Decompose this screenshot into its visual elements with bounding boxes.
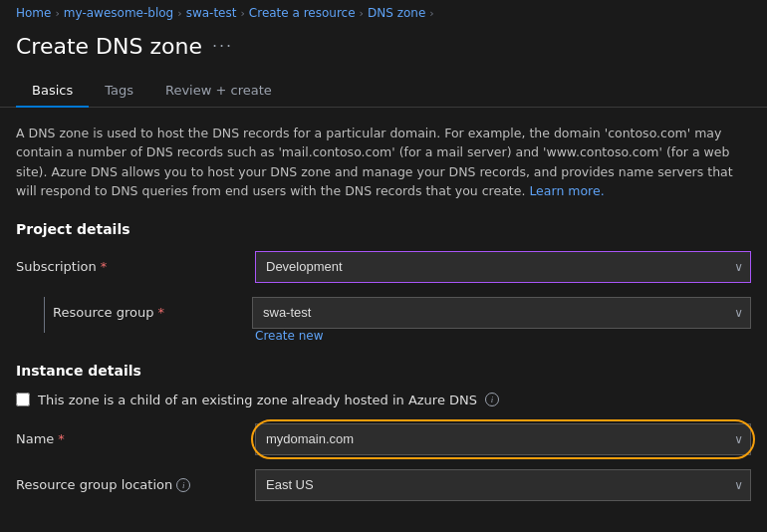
child-zone-checkbox[interactable] bbox=[16, 393, 30, 406]
breadcrumb-sep-1: › bbox=[55, 7, 59, 20]
child-zone-info-icon[interactable]: i bbox=[485, 393, 499, 406]
breadcrumb: Home › my-awesome-blog › swa-test › Crea… bbox=[0, 0, 767, 26]
subscription-select[interactable]: Development bbox=[255, 251, 751, 283]
resource-group-select-wrapper: swa-test ∨ bbox=[252, 297, 751, 329]
subscription-row: Subscription * Development ∨ bbox=[16, 251, 751, 283]
resource-group-row: Resource group * swa-test ∨ bbox=[53, 297, 751, 329]
main-content: A DNS zone is used to host the DNS recor… bbox=[0, 108, 767, 531]
name-input-wrapper: ∨ bbox=[255, 423, 751, 455]
instance-details-section: Instance details This zone is a child of… bbox=[16, 363, 751, 501]
project-details-header: Project details bbox=[16, 221, 751, 237]
description-text: A DNS zone is used to host the DNS recor… bbox=[16, 124, 751, 201]
breadcrumb-sep-4: › bbox=[360, 7, 364, 20]
breadcrumb-create-resource[interactable]: Create a resource bbox=[249, 6, 356, 20]
page-title: Create DNS zone bbox=[16, 34, 202, 59]
project-details-section: Project details Subscription * Developme… bbox=[16, 221, 751, 343]
breadcrumb-swa-test[interactable]: swa-test bbox=[186, 6, 237, 20]
location-label: Resource group location i bbox=[16, 477, 255, 492]
name-required: * bbox=[58, 431, 65, 446]
instance-details-header: Instance details bbox=[16, 363, 751, 379]
create-new-link[interactable]: Create new bbox=[255, 329, 751, 343]
resource-group-label: Resource group * bbox=[53, 305, 252, 320]
location-select-wrapper: East US ∨ bbox=[255, 469, 751, 501]
learn-more-link[interactable]: Learn more. bbox=[529, 183, 604, 198]
location-info-icon[interactable]: i bbox=[176, 478, 190, 492]
subscription-required: * bbox=[101, 259, 108, 274]
tab-basics[interactable]: Basics bbox=[16, 75, 89, 108]
location-select[interactable]: East US bbox=[255, 469, 751, 501]
breadcrumb-home[interactable]: Home bbox=[16, 6, 51, 20]
tab-review-create[interactable]: Review + create bbox=[149, 75, 288, 108]
breadcrumb-dns-zone[interactable]: DNS zone bbox=[368, 6, 425, 20]
tab-bar: Basics Tags Review + create bbox=[0, 75, 767, 108]
breadcrumb-blog[interactable]: my-awesome-blog bbox=[64, 6, 173, 20]
name-row: Name * ∨ bbox=[16, 423, 751, 455]
name-label: Name * bbox=[16, 431, 255, 446]
resource-group-select[interactable]: swa-test bbox=[252, 297, 751, 329]
resource-group-required: * bbox=[158, 305, 165, 320]
subscription-label: Subscription * bbox=[16, 259, 255, 274]
more-options-icon[interactable]: ··· bbox=[212, 37, 233, 56]
name-input[interactable] bbox=[255, 423, 751, 455]
child-zone-label: This zone is a child of an existing zone… bbox=[38, 393, 477, 407]
location-row: Resource group location i East US ∨ bbox=[16, 469, 751, 501]
breadcrumb-sep-2: › bbox=[177, 7, 181, 20]
page-header: Create DNS zone ··· bbox=[0, 26, 767, 75]
tab-tags[interactable]: Tags bbox=[89, 75, 149, 108]
subscription-select-wrapper: Development ∨ bbox=[255, 251, 751, 283]
breadcrumb-sep-3: › bbox=[240, 7, 244, 20]
child-zone-row: This zone is a child of an existing zone… bbox=[16, 393, 751, 407]
breadcrumb-sep-5: › bbox=[429, 7, 433, 20]
